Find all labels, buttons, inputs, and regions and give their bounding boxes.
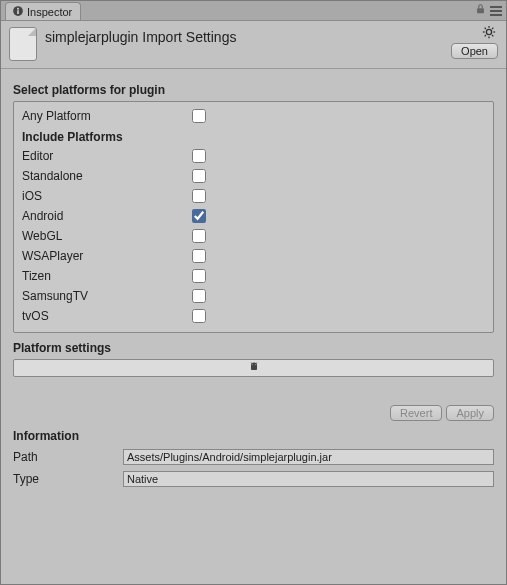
platform-row: iOS [22, 186, 485, 206]
svg-line-16 [251, 362, 252, 364]
svg-point-19 [255, 364, 256, 365]
platform-checkbox[interactable] [192, 229, 206, 243]
platform-tabstrip[interactable] [13, 359, 494, 377]
any-platform-row: Any Platform [22, 106, 485, 126]
android-icon [248, 361, 260, 376]
svg-point-1 [17, 7, 19, 9]
footer-buttons: Revert Apply [13, 405, 494, 421]
svg-rect-4 [490, 6, 502, 8]
svg-rect-3 [477, 8, 484, 13]
page-title: simplejarplugin Import Settings [45, 25, 498, 45]
tab-bar: Inspector [1, 1, 506, 21]
path-field[interactable] [123, 449, 494, 465]
select-platforms-title: Select platforms for plugin [13, 83, 494, 97]
svg-rect-2 [17, 10, 19, 14]
svg-line-12 [485, 28, 486, 29]
information-title: Information [13, 429, 494, 443]
panel-menu-icon[interactable] [490, 6, 502, 16]
platform-checkbox[interactable] [192, 189, 206, 203]
select-platforms-box: Any Platform Include Platforms EditorSta… [13, 101, 494, 333]
platform-checkbox[interactable] [192, 169, 206, 183]
platform-checkbox[interactable] [192, 209, 206, 223]
inspector-tab[interactable]: Inspector [5, 2, 81, 20]
tabbar-right [475, 3, 502, 18]
platform-row: Standalone [22, 166, 485, 186]
tab-label: Inspector [27, 6, 72, 18]
platform-checkbox[interactable] [192, 269, 206, 283]
platform-row: Editor [22, 146, 485, 166]
platform-label: WSAPlayer [22, 249, 192, 263]
lock-icon[interactable] [475, 3, 486, 18]
platform-label: Android [22, 209, 192, 223]
svg-point-18 [252, 364, 253, 365]
svg-point-7 [486, 29, 491, 34]
platform-checkbox[interactable] [192, 289, 206, 303]
platform-row: tvOS [22, 306, 485, 326]
revert-button[interactable]: Revert [390, 405, 442, 421]
gear-icon[interactable] [482, 25, 496, 39]
svg-line-14 [485, 35, 486, 36]
platform-label: Editor [22, 149, 192, 163]
svg-rect-6 [490, 14, 502, 16]
platform-checkbox[interactable] [192, 249, 206, 263]
svg-rect-5 [490, 10, 502, 12]
include-platforms-title: Include Platforms [22, 130, 485, 144]
info-path-row: Path [13, 447, 494, 467]
platform-label: WebGL [22, 229, 192, 243]
platform-row: Tizen [22, 266, 485, 286]
type-field[interactable] [123, 471, 494, 487]
info-icon [12, 5, 24, 19]
platform-label: SamsungTV [22, 289, 192, 303]
platform-list: EditorStandaloneiOSAndroidWebGLWSAPlayer… [22, 146, 485, 326]
file-icon [9, 27, 37, 61]
info-type-row: Type [13, 469, 494, 489]
platform-label: Standalone [22, 169, 192, 183]
platform-row: WSAPlayer [22, 246, 485, 266]
platform-row: WebGL [22, 226, 485, 246]
any-platform-checkbox[interactable] [192, 109, 206, 123]
platform-row: SamsungTV [22, 286, 485, 306]
inspector-body: Select platforms for plugin Any Platform… [1, 69, 506, 584]
svg-line-13 [492, 35, 493, 36]
platform-settings-title: Platform settings [13, 341, 494, 355]
platform-label: tvOS [22, 309, 192, 323]
platform-checkbox[interactable] [192, 309, 206, 323]
open-button[interactable]: Open [451, 43, 498, 59]
type-label: Type [13, 472, 123, 486]
asset-header: simplejarplugin Import Settings Open [1, 21, 506, 69]
platform-label: Tizen [22, 269, 192, 283]
platform-row: Android [22, 206, 485, 226]
path-label: Path [13, 450, 123, 464]
platform-label: iOS [22, 189, 192, 203]
apply-button[interactable]: Apply [446, 405, 494, 421]
svg-line-15 [492, 28, 493, 29]
any-platform-label: Any Platform [22, 109, 192, 123]
inspector-panel: Inspector simplejarplugin Import Setting… [0, 0, 507, 585]
platform-checkbox[interactable] [192, 149, 206, 163]
svg-line-17 [255, 362, 256, 364]
